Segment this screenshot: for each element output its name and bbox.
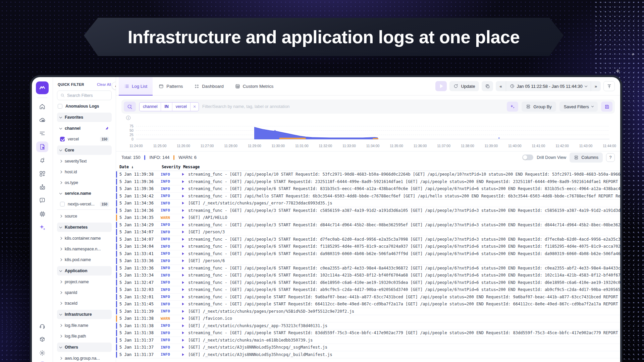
column-severity[interactable]: Severity [162, 165, 183, 169]
checkbox-icon[interactable] [58, 104, 62, 109]
checkbox-icon[interactable] [60, 202, 65, 206]
anomalous-logs-checkbox[interactable]: Anomalous Logs [58, 104, 111, 109]
log-row[interactable]: 5 Jan 11:39:36 INFO streaming_func - [GE… [116, 185, 620, 193]
log-row[interactable]: 5 Jan 11:34:36 INFO streaming_func - [GE… [116, 207, 620, 215]
alerts-bell-icon[interactable] [36, 155, 48, 166]
time-range-next-button[interactable]: » [591, 81, 601, 91]
expand-arrow-icon[interactable] [182, 303, 188, 305]
columns-button[interactable]: Columns [570, 153, 603, 163]
expand-arrow-icon[interactable] [182, 317, 188, 320]
chip-close-icon[interactable]: × [190, 103, 199, 111]
log-row[interactable]: 5 Jan 11:31:38 WARN [GET] /favicon.ico [116, 315, 620, 322]
expand-arrow-icon[interactable] [182, 296, 188, 298]
log-row[interactable]: 5 Jan 11:33:36 INFO [GET] /person/6 [116, 257, 620, 265]
support-headset-icon[interactable] [36, 321, 48, 331]
column-message[interactable]: Message [183, 165, 200, 169]
log-row[interactable]: 5 Jan 11:39:38 INFO streaming_func - [GE… [116, 171, 620, 178]
expand-arrow-icon[interactable] [182, 310, 188, 313]
filter-value-nextjs-vercel-[interactable]: nextjs-vercel...150 [57, 200, 112, 210]
filter-section-favorites[interactable]: Favorites [57, 113, 112, 122]
tab-dashboard[interactable]: Dashboard [189, 77, 229, 95]
filter-section-application[interactable]: Application [57, 266, 112, 276]
drill-down-toggle[interactable] [522, 155, 533, 160]
filter-section-core[interactable]: Core [57, 145, 112, 155]
filter-attr-project-name[interactable]: project.name [57, 278, 112, 286]
log-row[interactable]: 5 Jan 11:31:38 INFO [GET] /_next/static/… [116, 322, 620, 330]
expand-arrow-icon[interactable] [182, 346, 188, 349]
copy-button[interactable] [482, 81, 493, 91]
log-row[interactable]: 5 Jan 11:32:03 INFO streaming_func - [GE… [116, 286, 620, 294]
expand-arrow-icon[interactable] [182, 187, 188, 190]
log-row[interactable]: 5 Jan 11:39:36 INFO streaming_func - [GE… [116, 178, 620, 186]
integrations-box-icon[interactable] [36, 334, 48, 345]
expand-arrow-icon[interactable] [182, 267, 188, 269]
expand-arrow-icon[interactable] [182, 180, 188, 183]
expand-arrow-icon[interactable] [182, 216, 188, 219]
log-row[interactable]: 5 Jan 11:31:39 INFO [GET] /_next/static/… [116, 308, 620, 315]
filter-chip-channel[interactable]: channel IN vercel × [139, 102, 199, 111]
log-row[interactable]: 5 Jan 11:31:37 INFO [GET] /_next/static/… [116, 351, 620, 359]
signoz-logo[interactable] [36, 81, 49, 94]
expand-arrow-icon[interactable] [182, 224, 188, 226]
expand-arrow-icon[interactable] [182, 259, 188, 262]
expand-arrow-icon[interactable] [182, 252, 188, 255]
log-row[interactable]: 5 Jan 11:32:01 INFO streaming_func - [GE… [116, 294, 620, 301]
home-icon[interactable] [36, 101, 48, 112]
expand-arrow-icon[interactable] [182, 245, 188, 248]
help-button[interactable]: ? [606, 153, 615, 162]
log-row[interactable]: 5 Jan 11:31:45 INFO streaming_func - [GE… [116, 301, 620, 308]
filter-search-input[interactable]: Filter/Search by name, tag, label or ann… [202, 104, 503, 109]
expand-arrow-icon[interactable] [182, 195, 188, 197]
expand-arrow-icon[interactable] [182, 339, 188, 342]
log-row[interactable]: 5 Jan 11:34:04 INFO streaming_func - [GE… [116, 243, 620, 250]
log-row[interactable]: 5 Jan 11:34:07 INFO [GET] /person/3 [116, 229, 620, 236]
log-row[interactable]: 5 Jan 11:34:35 WARN [GET] /API/HELLO [116, 214, 620, 222]
log-row[interactable]: 5 Jan 11:34:36 INFO [GET] /_next/static/… [116, 200, 620, 207]
live-play-button[interactable] [435, 81, 447, 91]
filter-attr-os-type[interactable]: os.type [57, 178, 112, 187]
infra-chip-icon[interactable] [36, 208, 48, 219]
filter-attr-log-file-path[interactable]: log.file.path [57, 332, 112, 341]
expand-arrow-icon[interactable] [182, 231, 188, 233]
log-row[interactable]: 5 Jan 11:33:36 INFO streaming_func - [GE… [116, 265, 620, 272]
filter-attr-host-id[interactable]: host.id [57, 168, 112, 176]
filter-attr-severitytext[interactable]: severityText [57, 157, 112, 166]
log-row[interactable]: 5 Jan 11:31:37 INFO [GET] /_next/static/… [116, 337, 620, 344]
tab-custom-metrics[interactable]: Custom Metrics [230, 77, 279, 95]
expand-arrow-icon[interactable] [182, 353, 188, 356]
expand-arrow-icon[interactable] [182, 281, 188, 284]
save-filter-button[interactable] [601, 102, 612, 112]
logs-explorer-document-icon[interactable] [36, 141, 48, 152]
filter-section-others[interactable]: Others [57, 343, 112, 352]
expand-arrow-icon[interactable] [182, 202, 188, 204]
time-range-picker[interactable]: Jan 05 11:22:58 - Jan 05 11:44:30 [506, 81, 591, 91]
column-date[interactable]: Date ↓ [119, 165, 162, 169]
logs-lines-icon[interactable] [36, 128, 48, 139]
tab-log-list[interactable]: Log List [119, 77, 153, 95]
filter-attr-spanid[interactable]: spanId [57, 288, 112, 297]
export-button[interactable] [603, 81, 615, 91]
expand-arrow-icon[interactable] [182, 331, 188, 334]
update-button[interactable]: Update [449, 81, 479, 91]
assistant-robot-icon[interactable] [36, 182, 48, 192]
log-row[interactable]: 5 Jan 11:32:47 INFO streaming_func - [GE… [116, 279, 620, 287]
tab-patterns[interactable]: Patterns [153, 77, 188, 95]
filter-group-channel[interactable]: channel [57, 124, 112, 133]
ai-sparkle-icon[interactable] [36, 222, 48, 233]
filter-attr-k8s-container-name[interactable]: k8s.container.name [57, 234, 112, 243]
time-range-prev-button[interactable]: « [496, 81, 505, 91]
expand-arrow-icon[interactable] [182, 324, 188, 327]
services-cloud-icon[interactable] [36, 115, 48, 125]
saved-filters-dropdown[interactable]: Saved Filters [559, 102, 598, 112]
log-row[interactable]: 5 Jan 11:34:07 INFO streaming_func - [GE… [116, 236, 620, 243]
expand-arrow-icon[interactable] [182, 288, 188, 291]
checkbox-icon[interactable] [60, 137, 65, 141]
filter-attr-k8s-namespace-n-[interactable]: k8s.namespace.n... [57, 245, 112, 253]
filter-attr-aws-log-group-na-[interactable]: aws.log.group.na... [57, 354, 112, 362]
dashboards-add-icon[interactable] [36, 168, 48, 179]
exceptions-bubble-icon[interactable] [36, 195, 48, 206]
log-row[interactable]: 5 Jan 11:31:38 INFO streaming_func - [GE… [116, 329, 620, 337]
expand-arrow-icon[interactable] [182, 238, 188, 241]
log-row[interactable]: 5 Jan 11:33:41 INFO streaming_func - [GE… [116, 250, 620, 258]
filter-attr-traceid[interactable]: traceId [57, 299, 112, 308]
